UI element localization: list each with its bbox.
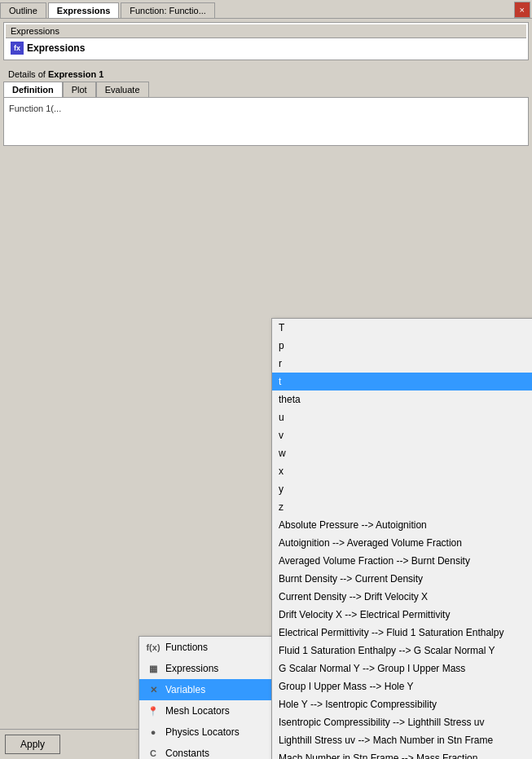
details-panel: Details of Expression 1 Definition Plot … xyxy=(3,67,529,146)
expressions-tree-icon: fx xyxy=(11,42,24,55)
reset-button[interactable]: Reset xyxy=(468,735,524,754)
tab-evaluate[interactable]: Evaluate xyxy=(96,82,149,97)
apply-button[interactable]: Apply xyxy=(5,735,60,754)
bottom-bar: Apply Reset xyxy=(0,729,532,759)
expressions-panel-header: Expressions xyxy=(6,24,526,38)
expressions-tree: fx Expressions xyxy=(6,38,526,58)
tab-expressions[interactable]: Expressions xyxy=(48,2,119,18)
expressions-panel: Expressions fx Expressions xyxy=(3,22,529,60)
tab-function[interactable]: Function: Functio... xyxy=(121,2,215,18)
close-button[interactable]: × xyxy=(514,2,530,18)
function-label: Function 1(... xyxy=(9,104,61,113)
details-content: Function 1(... xyxy=(3,97,529,146)
tab-outline[interactable]: Outline xyxy=(0,2,46,18)
details-tabs: Definition Plot Evaluate xyxy=(3,82,529,97)
tab-definition[interactable]: Definition xyxy=(3,82,63,97)
main-content: Expressions fx Expressions Details of Ex… xyxy=(0,19,532,757)
tab-bar: Outline Expressions Function: Functio...… xyxy=(0,0,532,19)
expressions-tree-label: Expressions xyxy=(27,42,85,54)
details-header: Details of Expression 1 xyxy=(3,67,529,82)
tab-plot[interactable]: Plot xyxy=(63,82,96,97)
